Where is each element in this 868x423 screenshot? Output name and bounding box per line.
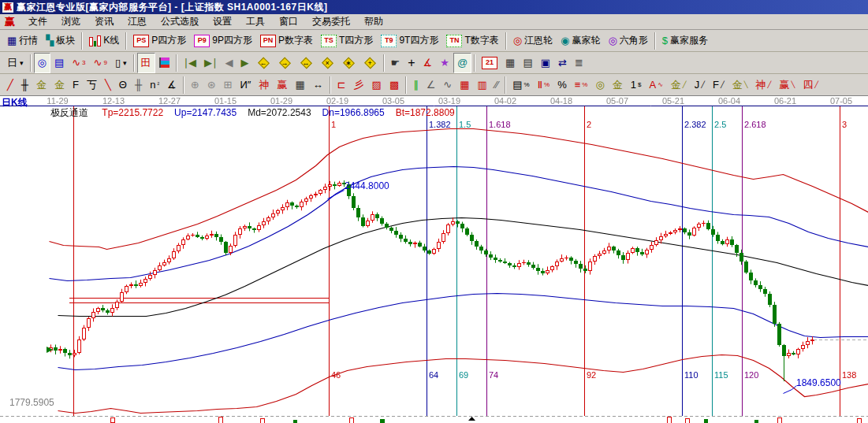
golden-grid-tool-1[interactable]: 金 (32, 75, 50, 95)
menu-item-1[interactable]: 浏览 (54, 13, 88, 30)
gann-web-tool[interactable]: ⊛ (203, 75, 220, 95)
parallel-lines-tool[interactable]: ∥ (409, 75, 423, 95)
golden-grid-tool-2[interactable]: 金 (50, 75, 69, 95)
period-day-dropdown[interactable]: 日▾ (3, 53, 28, 73)
next-bar-button[interactable]: ▶ (237, 53, 253, 73)
menu-item-2[interactable]: 资讯 (88, 13, 121, 30)
last-bar-button[interactable]: ▶∣ (200, 53, 222, 73)
menu-item-0[interactable]: 文件 (21, 13, 54, 30)
menu-item-4[interactable]: 公式选股 (154, 13, 206, 30)
angle-a-button[interactable]: ∡ (419, 53, 437, 73)
red-bracket-tool[interactable]: ⊏ (333, 75, 350, 95)
crosshair-button[interactable]: + (404, 53, 419, 73)
shen-tool[interactable]: 神 (255, 75, 273, 95)
first-bar-button[interactable]: ∣◀ (180, 53, 201, 73)
menu-item-9[interactable]: 帮助 (357, 13, 390, 30)
golden-bar-tool[interactable]: 金 (609, 75, 627, 95)
red-grid-tool-2[interactable]: ▥ (474, 75, 491, 95)
winner-wheel-button[interactable]: ◉赢家轮 (557, 31, 604, 51)
p9-square-button[interactable]: P99P四方形 (190, 31, 256, 51)
kline-button[interactable]: K线 (85, 31, 123, 51)
speed-lines-tool[interactable]: 彡 (350, 75, 368, 95)
golden-angle-tool-2[interactable]: 金╲ (728, 75, 752, 95)
diamond-left-button[interactable]: ← (253, 53, 274, 73)
angle-a-button-icon: ∡ (423, 58, 433, 68)
menu-item-7[interactable]: 窗口 (272, 13, 305, 30)
square-number-tool[interactable]: n² (146, 75, 163, 95)
candle-style-dropdown[interactable]: ▯▾ (111, 53, 131, 73)
price-grid-tool[interactable]: ╫ (131, 75, 146, 95)
menu-item-8[interactable]: 交易委托 (305, 13, 357, 30)
red-grid-tool-1[interactable]: ▦ (456, 75, 473, 95)
f-angle-tool[interactable]: F╱ (709, 75, 728, 95)
wave-tool[interactable]: ∿ (439, 75, 456, 95)
gann-wheel-button[interactable]: ◎江恩轮 (509, 31, 557, 51)
sectors-button[interactable]: ▚板块 (42, 31, 79, 51)
menu-item-6[interactable]: 工具 (239, 13, 272, 30)
t9-square-button[interactable]: T99T四方形 (377, 31, 442, 51)
grid-overlay-toggle[interactable]: 田 (137, 53, 155, 73)
calculator-button[interactable]: ▦ (501, 53, 519, 73)
diamond-both-button[interactable]: ↔ (296, 53, 317, 73)
brain-tool-button[interactable]: @ (453, 53, 471, 73)
win-tool[interactable]: 赢 (273, 75, 291, 95)
date-axis-label: 12-27 (154, 96, 185, 106)
spiral-grid-tool[interactable]: 丂 (83, 75, 101, 95)
wave-tool-icon: ∿ (443, 80, 452, 90)
stats-percent-tool[interactable]: ▤% (509, 75, 533, 95)
slash-lines-tool[interactable]: ∕∕ (491, 75, 502, 95)
brush-tool[interactable]: ╲ (101, 75, 115, 95)
diamond-delete-button[interactable]: × (317, 53, 338, 73)
menu-item-3[interactable]: 江恩 (121, 13, 154, 30)
gann-box-tool[interactable]: ⊞ (220, 75, 237, 95)
gann-fan-center-tool[interactable]: ⊕ (187, 75, 203, 95)
j-angle-tool[interactable]: J╱ (691, 75, 709, 95)
diamond-star-button[interactable]: ∗ (338, 53, 359, 73)
diamond-right-button[interactable]: → (274, 53, 296, 73)
shaded-box-tool[interactable]: ▨ (368, 75, 386, 95)
menu-item-5[interactable]: 设置 (206, 13, 239, 30)
angle-measure-tool[interactable]: ∡ (163, 75, 181, 95)
diamond-add-button[interactable]: + (359, 53, 381, 73)
levels-percent-tool[interactable]: ≡% (571, 75, 592, 95)
draw-line-tool[interactable]: ╱ (3, 75, 17, 95)
four-angle-tool[interactable]: 四╱ (799, 75, 822, 95)
gann-net-toggle[interactable]: ◎ (34, 53, 50, 73)
shen-angle-tool[interactable]: 神╱ (752, 75, 776, 95)
notes-button[interactable]: ▤ (519, 53, 536, 73)
date-axis-label: 01-15 (210, 96, 241, 106)
sync-button[interactable]: ≣ (571, 53, 587, 73)
quotes-button[interactable]: ▦行情 (3, 31, 42, 51)
gann-grid-tool[interactable]: ╫ (17, 75, 32, 95)
golden-circle-tool[interactable]: ◎ (591, 75, 608, 95)
trend-angle-tool[interactable]: ∠ (423, 75, 440, 95)
number-table-tool[interactable]: ▦ (291, 75, 308, 95)
wave-marker-tool[interactable]: И″ (236, 75, 255, 95)
hexagon-button[interactable]: ◎六角形 (604, 31, 651, 51)
t-number-table-button[interactable]: TNT数字表 (442, 31, 502, 51)
golden-angle-tool[interactable]: 金╱ (667, 75, 691, 95)
percent-tool[interactable]: % (553, 75, 571, 95)
p-number-table-button[interactable]: PNP数字表 (256, 31, 317, 51)
p-square-button[interactable]: PSP四方形 (129, 31, 190, 51)
price-tag-tool[interactable]: 1$ (627, 75, 646, 95)
fibonacci-grid-tool[interactable]: F (69, 75, 83, 95)
flag-marker-button[interactable] (155, 53, 173, 73)
wave9-button[interactable]: ∿9 (90, 53, 111, 73)
winner-service-button[interactable]: $赢家服务 (658, 31, 712, 51)
dual-percent-tool[interactable]: Ⅱ% (534, 75, 554, 95)
t-square-button[interactable]: TST四方形 (317, 31, 377, 51)
export-button[interactable]: ⇄ (554, 53, 571, 73)
calendar-button[interactable]: 21 (478, 53, 501, 73)
time-cycle-tool[interactable]: Θ (115, 75, 131, 95)
magic-tool-button[interactable]: ★ (436, 53, 453, 73)
wave-a-tool[interactable]: A∿ (645, 75, 666, 95)
prev-bar-button[interactable]: ◀ (222, 53, 237, 73)
win-angle-tool[interactable]: 赢╲ (775, 75, 799, 95)
h-measure-tool[interactable]: ↔ (309, 75, 327, 95)
hand-tool-button[interactable]: ☛ (387, 53, 404, 73)
info-panel-button[interactable]: ▤ (50, 53, 68, 73)
wave3-button[interactable]: ∿3 (68, 53, 89, 73)
dense-box-tool[interactable]: ▩ (386, 75, 403, 95)
save-button[interactable]: ▣ (537, 53, 554, 73)
